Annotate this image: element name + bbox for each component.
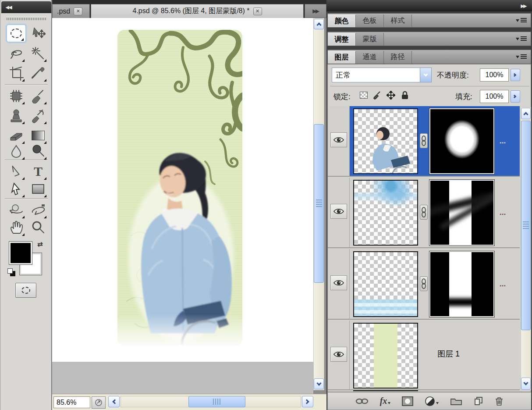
layer-row-2[interactable]: ...: [328, 249, 520, 320]
combo-arrow-button[interactable]: [420, 68, 431, 82]
link-layers-button[interactable]: [355, 398, 369, 405]
tools-collapse-button[interactable]: ◀◀: [1, 1, 51, 13]
new-layer-button[interactable]: [474, 396, 483, 406]
tab-masks[interactable]: 蒙版: [356, 33, 384, 46]
tab-color[interactable]: 颜色: [328, 14, 356, 27]
lock-all-button[interactable]: [400, 91, 410, 100]
layers-scroll-down-button[interactable]: [521, 378, 531, 390]
tab-background-document[interactable]: .psd ✕: [52, 4, 90, 18]
panel-menu-icon[interactable]: [516, 53, 527, 61]
rectangle-tool[interactable]: [28, 180, 48, 198]
layer-name[interactable]: ...: [500, 280, 506, 289]
blend-mode-select[interactable]: 正常: [332, 68, 432, 82]
layer-visibility-toggle[interactable]: [330, 204, 347, 219]
layer-visibility-toggle[interactable]: [330, 132, 347, 147]
layer-name[interactable]: 图层 1: [437, 349, 460, 359]
doc-vscrollbar-thumb[interactable]: [314, 124, 324, 283]
doc-hscrollbar-thumb[interactable]: [188, 396, 245, 407]
layer-mask-link-icon[interactable]: [420, 205, 428, 220]
elliptical-marquee-tool[interactable]: [6, 24, 26, 43]
3d-rotate-tool[interactable]: [6, 201, 26, 219]
lock-pixels-button[interactable]: [372, 91, 382, 100]
crop-tool[interactable]: [6, 64, 26, 82]
type-tool[interactable]: T: [28, 162, 48, 181]
quick-mask-button[interactable]: [15, 283, 36, 298]
hand-tool[interactable]: [6, 218, 26, 237]
tab-styles[interactable]: 样式: [384, 14, 412, 27]
spot-healing-brush-tool[interactable]: [6, 87, 26, 105]
tab-swatches[interactable]: 色板: [356, 14, 384, 27]
history-brush-tool[interactable]: [28, 107, 48, 125]
new-group-button[interactable]: [450, 397, 462, 406]
doc-scroll-right-button[interactable]: [302, 396, 313, 407]
swap-colors-icon[interactable]: ⇄: [37, 240, 47, 249]
tab-active-document[interactable]: 4.psd @ 85.6% (图层 4, 图层蒙版/8) * ✕: [91, 4, 304, 18]
panel-menu-icon[interactable]: [516, 36, 527, 43]
layer-thumbnail[interactable]: [353, 180, 418, 246]
opacity-input[interactable]: 100%: [480, 68, 509, 82]
blur-tool[interactable]: [6, 142, 26, 160]
tab-overflow-chevron[interactable]: ▶▶: [305, 4, 326, 18]
default-colors-icon[interactable]: [7, 268, 17, 278]
eraser-icon: [9, 128, 24, 143]
layers-scroll-up-button[interactable]: [521, 108, 531, 119]
zoom-level-input[interactable]: 85.6%: [53, 396, 90, 408]
tab-channels[interactable]: 通道: [356, 51, 384, 64]
layer-row-1[interactable]: 图层 1: [328, 321, 520, 390]
layer-name[interactable]: ...: [500, 137, 506, 146]
layer-row-3[interactable]: ...: [328, 178, 520, 248]
zoom-tool[interactable]: [28, 218, 48, 237]
eyedropper-tool[interactable]: [28, 64, 48, 82]
new-adjustment-layer-button[interactable]: [425, 396, 439, 406]
layer-name[interactable]: ...: [500, 208, 506, 217]
doc-scroll-left-button[interactable]: [108, 396, 120, 407]
collapse-to-icons-button[interactable]: ▶▶: [521, 4, 526, 8]
layers-vscrollbar-thumb[interactable]: [521, 121, 531, 330]
fill-input[interactable]: 100%: [480, 90, 509, 103]
doc-scroll-down-button[interactable]: [314, 378, 324, 389]
pen-tool[interactable]: [6, 162, 26, 181]
layer-thumbnail[interactable]: [353, 251, 418, 317]
foreground-color-swatch[interactable]: [9, 242, 32, 264]
layer-thumbnail[interactable]: [353, 108, 418, 174]
tab-adjustments[interactable]: 调整: [328, 33, 356, 46]
magic-wand-tool[interactable]: [28, 44, 48, 63]
doc-scroll-up-button[interactable]: [314, 19, 324, 29]
tab-close-icon[interactable]: ✕: [74, 7, 82, 15]
delete-layer-button[interactable]: [495, 396, 504, 406]
move-lock-icon: [387, 91, 395, 100]
tab-close-icon[interactable]: ✕: [253, 7, 262, 15]
fill-slider-button[interactable]: [511, 90, 520, 103]
layer-style-button[interactable]: fx: [380, 396, 391, 406]
status-info-button[interactable]: [92, 396, 106, 409]
opacity-slider-button[interactable]: [511, 69, 520, 81]
3d-orbit-tool[interactable]: [28, 201, 48, 219]
layer-thumbnail[interactable]: [353, 323, 418, 389]
lock-position-button[interactable]: [386, 91, 396, 100]
brush-tool[interactable]: [28, 87, 48, 105]
layer-visibility-toggle[interactable]: [330, 347, 347, 362]
path-selection-tool[interactable]: [6, 180, 26, 198]
layer-mask-thumbnail[interactable]: [429, 108, 494, 174]
tab-paths[interactable]: 路径: [384, 51, 412, 64]
layer-mask-link-icon[interactable]: [420, 276, 428, 291]
folder-icon: [450, 397, 462, 406]
layer-mask-link-icon[interactable]: [420, 133, 428, 148]
add-layer-mask-button[interactable]: [402, 396, 413, 406]
canvas-image: [117, 30, 242, 346]
clone-stamp-icon: [9, 108, 24, 123]
layer-visibility-toggle[interactable]: [330, 275, 347, 290]
mask-white-band: [449, 252, 471, 316]
tools-grip-handle[interactable]: [7, 17, 46, 20]
dodge-tool[interactable]: [28, 142, 48, 160]
lock-transparency-button[interactable]: [359, 91, 369, 100]
move-tool[interactable]: [28, 24, 48, 43]
layer-row-4[interactable]: ...: [328, 106, 520, 177]
tab-layers[interactable]: 图层: [328, 51, 356, 64]
layer-mask-thumbnail[interactable]: [429, 180, 494, 246]
layer-mask-thumbnail[interactable]: [429, 251, 494, 317]
panel-menu-icon[interactable]: [516, 17, 527, 24]
fill-label: 填充:: [455, 92, 472, 102]
clone-stamp-tool[interactable]: [6, 107, 26, 125]
lasso-tool[interactable]: [6, 44, 26, 63]
